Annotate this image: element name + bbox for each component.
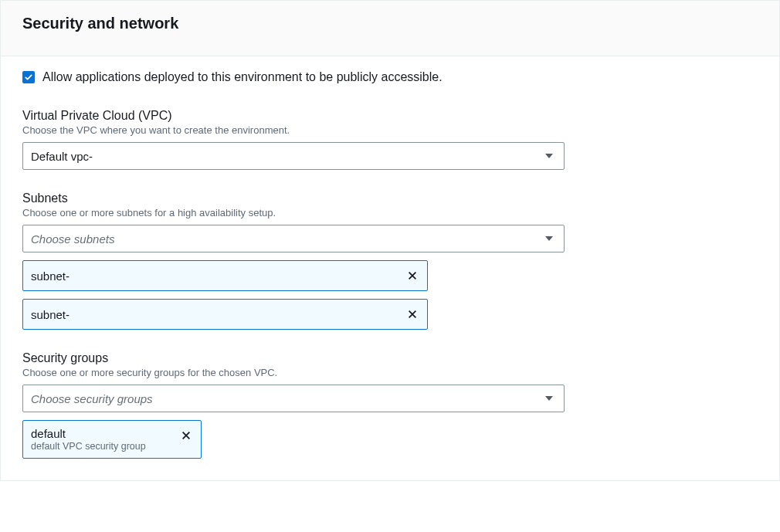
vpc-select[interactable]: Default vpc-: [22, 142, 565, 170]
remove-subnet-button[interactable]: [404, 267, 421, 284]
close-icon: [181, 430, 192, 441]
security-groups-field: Security groups Choose one or more secur…: [22, 351, 758, 459]
panel-body: Allow applications deployed to this envi…: [1, 56, 779, 480]
caret-down-icon: [545, 154, 553, 158]
public-access-checkbox[interactable]: [22, 71, 35, 83]
caret-down-icon: [545, 236, 553, 241]
subnets-select[interactable]: Choose subnets: [22, 225, 565, 252]
vpc-help: Choose the VPC where you want to create …: [22, 124, 758, 136]
subnet-tag-label: subnet-: [31, 269, 70, 283]
security-network-panel: Security and network Allow applications …: [0, 0, 780, 481]
vpc-select-value: Default vpc-: [31, 150, 93, 163]
security-groups-select[interactable]: Choose security groups: [22, 385, 565, 412]
close-icon: [407, 270, 418, 281]
security-group-tag-sublabel: default VPC security group: [31, 441, 146, 452]
subnet-tag-label: subnet-: [31, 308, 70, 321]
security-groups-placeholder: Choose security groups: [31, 392, 153, 405]
check-icon: [24, 73, 33, 82]
subnets-label: Subnets: [22, 191, 758, 205]
subnet-tag: subnet-: [22, 260, 428, 291]
subnet-tag: subnet-: [22, 299, 428, 330]
caret-down-icon: [545, 396, 553, 401]
subnets-placeholder: Choose subnets: [31, 232, 114, 246]
vpc-field: Virtual Private Cloud (VPC) Choose the V…: [22, 109, 758, 170]
security-groups-label: Security groups: [22, 351, 758, 365]
security-groups-help: Choose one or more security groups for t…: [22, 367, 758, 378]
security-groups-selected-list: default default VPC security group: [22, 420, 758, 459]
public-access-label: Allow applications deployed to this envi…: [42, 70, 443, 84]
remove-security-group-button[interactable]: [178, 427, 195, 444]
subnets-field: Subnets Choose one or more subnets for a…: [22, 191, 758, 330]
security-group-tag-label: default: [31, 427, 146, 440]
subnets-help: Choose one or more subnets for a high av…: [22, 207, 758, 219]
subnets-selected-list: subnet- subnet-: [22, 260, 758, 330]
close-icon: [407, 309, 418, 320]
panel-title: Security and network: [22, 15, 764, 32]
remove-subnet-button[interactable]: [404, 306, 421, 323]
security-group-tag: default default VPC security group: [22, 420, 202, 459]
panel-header: Security and network: [1, 1, 779, 56]
public-access-row: Allow applications deployed to this envi…: [22, 70, 758, 84]
vpc-label: Virtual Private Cloud (VPC): [22, 109, 758, 123]
